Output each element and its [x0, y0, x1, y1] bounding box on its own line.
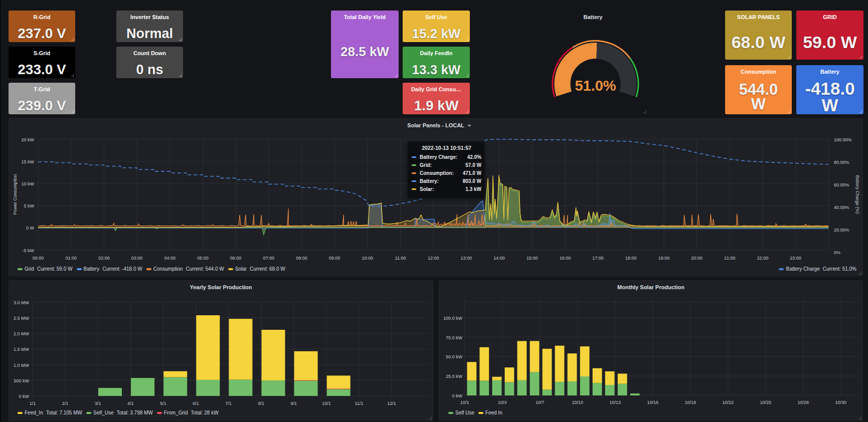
svg-text:10 kW: 10 kW [21, 181, 34, 186]
svg-text:40.00%: 40.00% [834, 205, 849, 210]
svg-text:21:00: 21:00 [724, 256, 736, 261]
svg-text:3/1: 3/1 [95, 401, 101, 406]
svg-text:4/1: 4/1 [127, 401, 134, 406]
svg-text:10/25: 10/25 [760, 400, 772, 405]
svg-text:10/1: 10/1 [460, 400, 469, 405]
svg-text:Power Consumption: Power Consumption [13, 174, 18, 215]
svg-text:Battery Charge (%): Battery Charge (%) [855, 175, 860, 214]
svg-text:06:00: 06:00 [230, 256, 242, 261]
svg-text:15:00: 15:00 [527, 256, 538, 261]
svg-text:18:00: 18:00 [625, 256, 637, 261]
svg-text:17:00: 17:00 [592, 256, 604, 261]
svg-text:01:00: 01:00 [65, 256, 77, 261]
svg-text:50.0 kW: 50.0 kW [446, 354, 463, 359]
svg-text:10/7: 10/7 [536, 400, 545, 405]
svg-text:03:00: 03:00 [131, 256, 143, 261]
svg-text:11/1: 11/1 [355, 401, 364, 406]
svg-text:00:00: 00:00 [33, 256, 44, 261]
svg-text:20 kW: 20 kW [21, 137, 34, 142]
svg-text:100.00%: 100.00% [834, 137, 852, 142]
svg-text:10/4: 10/4 [498, 400, 507, 405]
svg-text:500 kW: 500 kW [14, 378, 29, 383]
svg-text:2.0 MW: 2.0 MW [14, 331, 30, 336]
svg-text:-5 kW: -5 kW [23, 248, 35, 253]
svg-text:25.0 kW: 25.0 kW [446, 374, 463, 379]
svg-text:11:00: 11:00 [395, 256, 406, 261]
svg-text:07:00: 07:00 [263, 256, 275, 261]
svg-text:10/16: 10/16 [647, 400, 659, 405]
svg-text:09:00: 09:00 [329, 256, 340, 261]
svg-text:10/10: 10/10 [572, 400, 584, 405]
svg-text:0%: 0% [834, 250, 840, 255]
svg-text:75.0 kW: 75.0 kW [446, 335, 463, 340]
svg-text:19:00: 19:00 [658, 256, 670, 261]
svg-text:04:00: 04:00 [164, 256, 176, 261]
svg-text:100.0 kW: 100.0 kW [443, 316, 463, 321]
svg-text:5/1: 5/1 [160, 401, 166, 406]
svg-text:1.5 MW: 1.5 MW [14, 347, 30, 352]
svg-text:6/1: 6/1 [193, 401, 199, 406]
svg-text:12:00: 12:00 [428, 256, 439, 261]
svg-text:10:00: 10:00 [362, 256, 374, 261]
svg-text:0 kW: 0 kW [19, 394, 29, 399]
svg-text:22:00: 22:00 [757, 256, 769, 261]
svg-text:80.00%: 80.00% [834, 160, 849, 165]
svg-text:05:00: 05:00 [197, 256, 209, 261]
svg-text:2.5 MW: 2.5 MW [14, 316, 30, 321]
svg-text:1/1: 1/1 [30, 401, 36, 406]
svg-text:1.0 MW: 1.0 MW [14, 363, 30, 368]
svg-text:14:00: 14:00 [493, 256, 505, 261]
svg-text:9/1: 9/1 [291, 401, 297, 406]
svg-text:0 W: 0 W [26, 226, 35, 231]
svg-text:08:00: 08:00 [296, 256, 307, 261]
svg-text:3.0 MW: 3.0 MW [14, 300, 30, 305]
svg-text:10/13: 10/13 [610, 400, 621, 405]
svg-text:8/1: 8/1 [258, 401, 264, 406]
svg-text:2/1: 2/1 [62, 401, 69, 406]
svg-text:10/19: 10/19 [685, 400, 697, 405]
svg-text:10/22: 10/22 [723, 400, 734, 405]
svg-text:20:00: 20:00 [691, 256, 703, 261]
svg-text:7/1: 7/1 [225, 401, 232, 406]
svg-text:5 kW: 5 kW [24, 203, 34, 208]
svg-text:10/28: 10/28 [798, 400, 809, 405]
svg-text:0 kW: 0 kW [452, 393, 462, 398]
svg-text:10/30: 10/30 [835, 400, 847, 405]
svg-text:12/1: 12/1 [387, 401, 396, 406]
svg-text:16:00: 16:00 [560, 256, 571, 261]
svg-text:02:00: 02:00 [98, 256, 110, 261]
svg-text:15 kW: 15 kW [21, 159, 34, 164]
svg-text:13:00: 13:00 [461, 256, 472, 261]
svg-text:60.00%: 60.00% [834, 182, 849, 187]
svg-text:20.00%: 20.00% [834, 228, 849, 233]
svg-text:10/1: 10/1 [322, 401, 331, 406]
svg-text:23:00: 23:00 [790, 256, 801, 261]
